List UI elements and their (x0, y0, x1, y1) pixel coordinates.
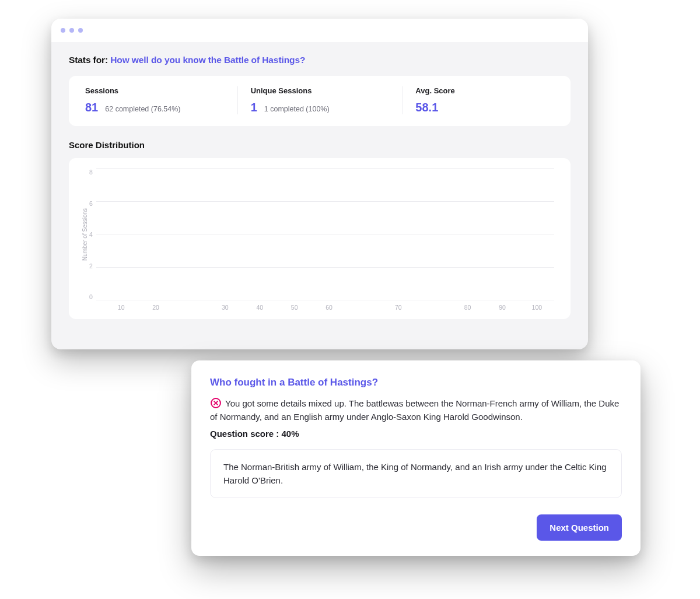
chart-x-tick (173, 304, 208, 311)
stat-avg-value: 58.1 (415, 101, 438, 114)
stat-avg: Avg. Score 58.1 (402, 86, 567, 114)
chart-x-tick: 100 (520, 304, 554, 311)
chart-x-tick: 10 (104, 304, 138, 311)
stat-sessions-label: Sessions (85, 86, 225, 95)
window-titlebar (51, 19, 588, 42)
user-answer-box: The Norman-British army of William, the … (210, 449, 622, 499)
chart-x-tick: 70 (381, 304, 415, 311)
traffic-light-zoom[interactable] (78, 28, 83, 33)
chart-y-ticks: 86420 (88, 169, 96, 300)
quiz-title-link[interactable]: How well do you know the Battle of Hasti… (110, 55, 305, 65)
score-distribution-chart: Number of Sessions 86420 102030405060708… (69, 158, 570, 319)
chart-x-tick (416, 304, 450, 311)
chart-plot-area (96, 169, 554, 300)
stat-sessions: Sessions 81 62 completed (76.54%) (72, 86, 237, 114)
chart-x-tick: 40 (243, 304, 277, 311)
stat-unique-sub: 1 completed (100%) (264, 105, 330, 113)
chart-x-tick: 30 (208, 304, 242, 311)
question-feedback: You got some details mixed up. The battl… (210, 397, 622, 424)
stats-title-prefix: Stats for: (69, 55, 110, 65)
question-feedback-card: Who fought in a Battle of Hastings? You … (191, 360, 640, 556)
stat-avg-label: Avg. Score (415, 86, 554, 95)
stats-window: Stats for: How well do you know the Batt… (51, 19, 588, 349)
traffic-light-close[interactable] (61, 28, 65, 33)
chart-x-tick: 20 (138, 304, 173, 311)
stat-unique: Unique Sessions 1 1 completed (100%) (237, 86, 402, 114)
stat-unique-value: 1 (251, 101, 257, 114)
question-score: Question score : 40% (210, 429, 622, 439)
stats-summary: Sessions 81 62 completed (76.54%) Unique… (69, 76, 570, 126)
chart-x-tick (346, 304, 381, 311)
chart-x-ticks: 102030405060708090100 (92, 304, 554, 311)
question-feedback-text: You got some details mixed up. The battl… (210, 398, 619, 422)
chart-x-tick: 80 (450, 304, 485, 311)
page-title: Stats for: How well do you know the Batt… (69, 55, 570, 65)
incorrect-icon (210, 397, 222, 409)
chart-x-tick: 60 (312, 304, 346, 311)
chart-x-tick: 50 (277, 304, 312, 311)
distribution-header: Score Distribution (69, 140, 570, 150)
stat-unique-label: Unique Sessions (251, 86, 390, 95)
next-question-button[interactable]: Next Question (537, 514, 622, 541)
stat-sessions-sub: 62 completed (76.54%) (105, 105, 180, 113)
question-title: Who fought in a Battle of Hastings? (210, 377, 622, 388)
traffic-light-minimize[interactable] (69, 28, 74, 33)
chart-y-axis-label: Number of Sessions (79, 169, 88, 300)
chart-x-tick: 90 (485, 304, 519, 311)
stat-sessions-value: 81 (85, 101, 98, 114)
